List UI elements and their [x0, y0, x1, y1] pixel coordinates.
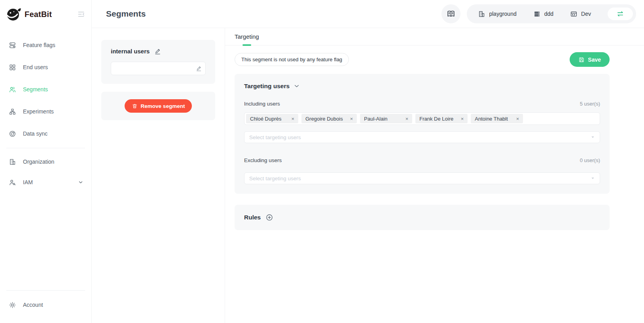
add-rule-icon[interactable]: [265, 213, 273, 221]
segment-name: internal users: [111, 48, 150, 55]
chip-remove-icon[interactable]: ×: [516, 116, 519, 121]
topbar-right: playground ddd: [441, 4, 636, 23]
active-tab-indicator: [242, 44, 251, 46]
excluding-users-label: Excluding users: [244, 157, 282, 163]
targeting-panel: Targeting This segment is not used by an…: [225, 28, 644, 323]
sidebar-item-label: Feature flags: [23, 42, 55, 48]
segment-description-wrap: [111, 62, 206, 75]
environment-name: Dev: [581, 11, 591, 17]
content: internal users: [92, 28, 644, 323]
organization-icon: [9, 158, 16, 166]
sidebar-collapse-icon[interactable]: [77, 10, 85, 18]
segment-name-row: internal users: [111, 48, 206, 55]
user-chip: Chloé Duprès ×: [246, 114, 298, 123]
stack-icon: [533, 10, 541, 18]
action-row: This segment is not used by any feature …: [235, 52, 610, 67]
segment-description-input[interactable]: [111, 62, 206, 75]
user-chip-label: Antoine Thablt: [475, 116, 508, 122]
rules-section: Rules: [235, 205, 610, 230]
save-button-label: Save: [588, 57, 601, 63]
sidebar-item-organization[interactable]: Organization: [0, 151, 91, 172]
env-switcher: playground ddd: [467, 4, 636, 23]
remove-segment-card: Remove segment: [101, 92, 215, 120]
caret-down-icon: [591, 135, 595, 140]
tab-targeting[interactable]: Targeting: [235, 28, 259, 45]
user-chip-label: Paul-Alain: [364, 116, 387, 122]
excluding-users-count: 0 user(s): [580, 157, 600, 163]
book-icon: [447, 9, 455, 18]
save-button[interactable]: Save: [570, 52, 610, 67]
brand-name: FeatBit: [25, 10, 52, 19]
sidebar-item-segments[interactable]: Segments: [0, 78, 91, 100]
sidebar: FeatBit Feature flags End users: [0, 0, 92, 323]
segment-panel: internal users: [92, 28, 225, 323]
targeting-users-section: Targeting users Including users 5 user(s…: [235, 74, 610, 194]
environment-selector[interactable]: Dev: [570, 10, 591, 18]
iam-icon: [9, 179, 16, 186]
including-users-count: 5 user(s): [580, 101, 600, 107]
gear-icon: [9, 301, 16, 309]
user-chip-label: Gregoire Dubois: [305, 116, 343, 122]
sidebar-divider: [6, 290, 85, 291]
sidebar-header: FeatBit: [0, 0, 91, 28]
user-chip-label: Chloé Duprès: [250, 116, 282, 122]
featbit-logo-icon: [6, 6, 21, 22]
user-chip: Antoine Thablt ×: [471, 114, 523, 123]
sidebar-item-end-users[interactable]: End users: [0, 56, 91, 78]
workspace-selector[interactable]: ddd: [533, 10, 553, 18]
including-users-chips: Chloé Duprès × Gregoire Dubois × Paul-Al…: [244, 112, 600, 125]
switch-environment-button[interactable]: [608, 8, 633, 20]
remove-segment-button[interactable]: Remove segment: [125, 99, 192, 113]
sidebar-item-label: Account: [23, 302, 43, 308]
building-icon: [478, 10, 485, 18]
sidebar-footer: Account: [0, 287, 91, 323]
data-sync-icon: [9, 130, 16, 138]
sidebar-item-iam[interactable]: IAM: [0, 172, 91, 193]
sidebar-divider: [6, 148, 85, 148]
select-placeholder: Select targeting users: [249, 176, 301, 181]
chip-remove-icon[interactable]: ×: [461, 116, 464, 121]
usage-badge: This segment is not used by any feature …: [235, 53, 349, 66]
tab-bar: Targeting: [225, 28, 644, 45]
page-title: Segments: [106, 9, 146, 19]
documentation-button[interactable]: [441, 4, 460, 23]
including-users-select[interactable]: Select targeting users: [244, 131, 600, 143]
project-selector[interactable]: playground: [478, 10, 516, 18]
excluding-users-select[interactable]: Select targeting users: [244, 172, 600, 184]
top-header: Segments pl: [92, 0, 644, 28]
sidebar-item-label: Data sync: [23, 130, 47, 137]
segments-icon: [9, 86, 16, 93]
chip-remove-icon[interactable]: ×: [291, 116, 294, 121]
feature-flags-icon: [9, 42, 16, 49]
sidebar-item-label: Experiments: [23, 108, 54, 115]
main-area: Segments pl: [92, 0, 644, 323]
sidebar-nav: Feature flags End users Segments: [0, 28, 91, 193]
sidebar-item-data-sync[interactable]: Data sync: [0, 123, 91, 145]
tab-label: Targeting: [235, 33, 259, 40]
swap-arrows-icon: [616, 10, 624, 18]
user-chip: Frank De Loire ×: [415, 114, 468, 123]
user-chip-label: Frank De Loire: [419, 116, 453, 122]
chip-remove-icon[interactable]: ×: [405, 116, 409, 121]
workspace-name: ddd: [544, 11, 553, 17]
sidebar-item-experiments[interactable]: Experiments: [0, 100, 91, 123]
experiments-icon: [9, 108, 16, 115]
sidebar-item-label: IAM: [23, 179, 33, 185]
including-users-row: Including users 5 user(s): [244, 101, 600, 107]
select-placeholder: Select targeting users: [249, 134, 301, 140]
end-users-icon: [9, 64, 16, 71]
sidebar-item-feature-flags[interactable]: Feature flags: [0, 34, 91, 56]
sidebar-item-account[interactable]: Account: [0, 294, 91, 316]
chevron-down-icon: [78, 179, 83, 185]
targeting-users-title: Targeting users: [244, 83, 290, 90]
chip-remove-icon[interactable]: ×: [350, 116, 353, 121]
user-chip: Gregoire Dubois ×: [301, 114, 357, 123]
sidebar-item-label: End users: [23, 64, 48, 70]
edit-description-icon[interactable]: [196, 66, 202, 72]
user-chip: Paul-Alain ×: [360, 114, 412, 123]
app-root: FeatBit Feature flags End users: [0, 0, 644, 323]
code-window-icon: [570, 10, 578, 18]
chevron-down-icon[interactable]: [294, 83, 300, 89]
sidebar-item-label: Segments: [23, 86, 48, 93]
edit-name-icon[interactable]: [154, 48, 161, 55]
